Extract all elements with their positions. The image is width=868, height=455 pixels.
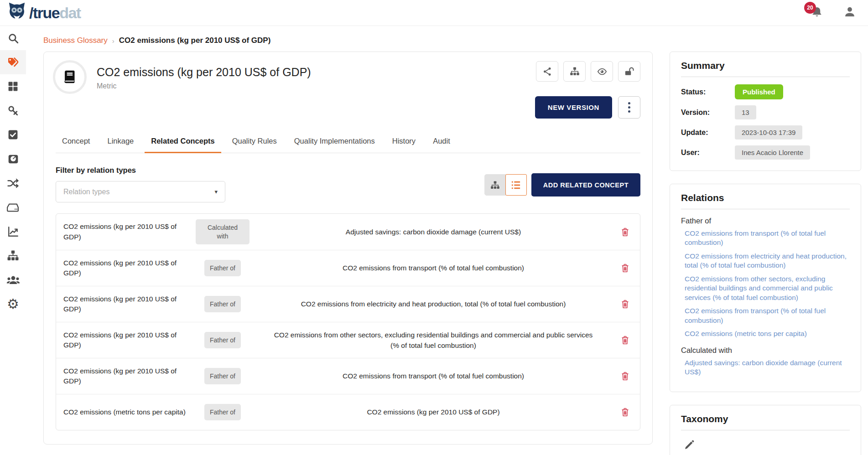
delete-relation-button[interactable]	[610, 407, 640, 417]
breadcrumb-current: CO2 emissions (kg per 2010 US$ of GDP)	[119, 36, 271, 45]
sidebar-item-metrics[interactable]	[0, 147, 26, 171]
trash-icon	[621, 335, 629, 345]
version-label: Version:	[681, 109, 735, 117]
table-row: CO2 emissions (kg per 2010 US$ of GDP) F…	[56, 322, 640, 358]
delete-relation-button[interactable]	[610, 227, 640, 237]
logo-text: /truedat	[29, 5, 81, 21]
delete-relation-button[interactable]	[610, 299, 640, 309]
relation-target: CO2 emissions from electricity and heat …	[257, 299, 610, 309]
status-label: Status:	[681, 88, 735, 96]
relation-target: Adjusted savings: carbon dioxide damage …	[257, 227, 610, 237]
owl-logo-icon	[6, 2, 27, 23]
relation-target: CO2 emissions from transport (% of total…	[257, 263, 610, 273]
delete-relation-button[interactable]	[610, 263, 640, 273]
sidebar-item-lineage[interactable]	[0, 171, 26, 195]
delete-relation-button[interactable]	[610, 335, 640, 345]
lineage-button[interactable]	[563, 61, 586, 82]
concept-type-avatar	[53, 60, 87, 94]
shuffle-icon	[7, 178, 19, 189]
delete-relation-button[interactable]	[610, 371, 640, 381]
sidebar-item-search[interactable]	[0, 26, 26, 50]
tab-related-concepts[interactable]: Related Concepts	[145, 132, 221, 153]
tab-concept[interactable]: Concept	[56, 132, 96, 153]
confidentiality-button[interactable]	[618, 61, 640, 82]
update-label: Update:	[681, 129, 735, 137]
book-icon	[62, 69, 78, 85]
relation-link[interactable]: CO2 emissions from other sectors, exclud…	[681, 274, 850, 302]
sidebar-item-glossary[interactable]	[0, 50, 26, 74]
trash-icon	[621, 227, 629, 237]
breadcrumb: Business Glossary › CO2 emissions (kg pe…	[26, 26, 868, 52]
relation-source: CO2 emissions (kg per 2010 US$ of GDP)	[56, 294, 188, 315]
relation-source: CO2 emissions (metric tons per capita)	[56, 407, 188, 417]
sidebar-item-users[interactable]	[0, 268, 26, 292]
relation-link[interactable]: CO2 emissions from transport (% of total…	[681, 229, 850, 248]
new-version-button[interactable]: NEW VERSION	[535, 96, 612, 119]
sidebar-item-dashboards[interactable]	[0, 74, 26, 98]
version-value: 13	[735, 105, 756, 119]
pencil-icon	[684, 439, 695, 450]
more-actions-button[interactable]	[618, 96, 640, 119]
relation-type-badge: Father of	[204, 368, 241, 384]
left-sidebar: ⚙	[0, 26, 26, 455]
trash-icon	[621, 407, 629, 417]
relations-title: Relations	[681, 192, 850, 209]
sitemap-icon	[570, 67, 580, 76]
concept-card: CO2 emissions (kg per 2010 US$ of GDP) M…	[43, 52, 653, 445]
status-badge: Published	[735, 84, 783, 99]
top-header: /truedat 20	[0, 0, 868, 26]
share-button[interactable]	[536, 61, 558, 82]
key-icon	[7, 105, 19, 117]
notifications-button[interactable]: 20	[811, 5, 824, 20]
relation-target: CO2 emissions from transport (% of total…	[257, 371, 610, 381]
relation-link[interactable]: Adjusted savings: carbon dioxide damage …	[681, 358, 850, 377]
summary-panel: Summary Status: Published Version: 13 Up…	[670, 52, 861, 171]
tags-icon	[7, 57, 20, 68]
sidebar-item-structures[interactable]	[0, 243, 26, 268]
taxonomy-title: Taxonomy	[681, 414, 850, 430]
table-row: CO2 emissions (metric tons per capita) F…	[56, 394, 640, 430]
user-menu-button[interactable]	[843, 5, 856, 20]
relation-link[interactable]: CO2 emissions from transport (% of total…	[681, 306, 850, 325]
tab-quality-rules[interactable]: Quality Rules	[226, 132, 283, 153]
users-icon	[6, 274, 20, 285]
table-row: CO2 emissions (kg per 2010 US$ of GDP) C…	[56, 214, 640, 250]
taxonomy-panel: Taxonomy Trial Truedat › ESG › Climate C…	[670, 405, 861, 455]
relation-types-select[interactable]: Relation types ▾	[56, 181, 225, 202]
tab-linkage[interactable]: Linkage	[101, 132, 140, 153]
sitemap-icon	[7, 250, 19, 261]
relation-source: CO2 emissions (kg per 2010 US$ of GDP)	[56, 222, 188, 242]
bell-icon	[811, 13, 823, 21]
sidebar-item-analytics[interactable]	[0, 219, 26, 243]
sidebar-item-quality[interactable]	[0, 123, 26, 147]
trash-icon	[621, 371, 629, 381]
sidebar-item-permissions[interactable]	[0, 98, 26, 123]
check-square-icon	[7, 129, 19, 140]
relation-link[interactable]: CO2 emissions from electricity and heat …	[681, 252, 850, 270]
summary-title: Summary	[681, 60, 850, 77]
relations-panel: Relations Father of CO2 emissions from t…	[670, 184, 861, 392]
sidebar-item-settings[interactable]: ⚙	[0, 292, 26, 316]
relation-source: CO2 emissions (kg per 2010 US$ of GDP)	[56, 366, 188, 387]
relation-type-badge: Father of	[204, 404, 241, 420]
tab-audit[interactable]: Audit	[426, 132, 457, 153]
chevron-down-icon: ▾	[214, 188, 218, 195]
tree-view-toggle[interactable]	[484, 174, 506, 196]
share-icon	[542, 67, 552, 77]
search-icon	[7, 32, 19, 44]
edit-taxonomy-button[interactable]	[684, 439, 696, 452]
sidebar-item-data-sources[interactable]	[0, 195, 26, 219]
relation-target: CO2 emissions from other sectors, exclud…	[257, 330, 610, 351]
page-title: CO2 emissions (kg per 2010 US$ of GDP)	[97, 66, 311, 79]
list-view-toggle[interactable]	[505, 174, 527, 196]
data-drive-icon	[7, 202, 19, 213]
list-icon	[511, 181, 521, 190]
relation-link[interactable]: CO2 emissions (metric tons per capita)	[681, 329, 850, 338]
breadcrumb-business-glossary[interactable]: Business Glossary	[43, 36, 108, 45]
select-placeholder: Relation types	[63, 188, 109, 196]
truedat-logo[interactable]: /truedat	[0, 2, 81, 23]
tab-quality-implementations[interactable]: Quality Implementations	[288, 132, 381, 153]
tab-history[interactable]: History	[386, 132, 422, 153]
watch-button[interactable]	[591, 61, 613, 82]
add-related-concept-button[interactable]: ADD RELATED CONCEPT	[531, 173, 640, 196]
